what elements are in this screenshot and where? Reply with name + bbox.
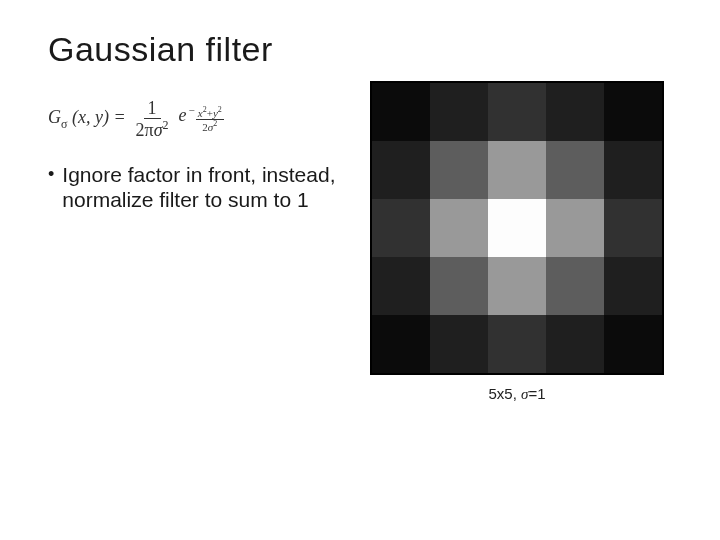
kernel-cell [546, 199, 604, 257]
kernel-cell [604, 315, 662, 373]
kernel-cell [604, 83, 662, 141]
kernel-cell [488, 141, 546, 199]
kernel-cell [488, 257, 546, 315]
kernel-cell [372, 83, 430, 141]
kernel-cell [546, 315, 604, 373]
formula-args: (x, y) = [72, 107, 126, 127]
gaussian-formula: Gσ (x, y) = 1 2πσ2 e − x [48, 99, 348, 140]
exp-den: 2σ2 [200, 120, 219, 133]
formula-exp-frac: x2+y2 2σ2 [196, 106, 224, 133]
exp-den-pow: 2 [213, 119, 217, 128]
kernel-cell [372, 199, 430, 257]
kernel-cell [604, 199, 662, 257]
frac-den-exp: 2 [163, 118, 169, 132]
kernel-cell [604, 257, 662, 315]
kernel-cell [488, 315, 546, 373]
exp-num: x2+y2 [196, 106, 224, 120]
kernel-cell [372, 257, 430, 315]
gaussian-kernel-heatmap [370, 81, 664, 375]
bullet-list: • Ignore factor in front, instead, norma… [48, 162, 348, 212]
kernel-cell [604, 141, 662, 199]
frac-den-sigma: σ [154, 120, 163, 140]
kernel-cell [430, 257, 488, 315]
caption-prefix: 5x5, [488, 385, 521, 402]
exp-num-y-pow: 2 [218, 105, 222, 114]
kernel-cell [430, 199, 488, 257]
kernel-cell [488, 199, 546, 257]
content-row: Gσ (x, y) = 1 2πσ2 e − x [48, 99, 672, 403]
kernel-cell [546, 257, 604, 315]
formula-exp: e − x2+y2 2σ2 [179, 106, 224, 133]
frac-den: 2πσ2 [132, 119, 173, 140]
bullet-item: • Ignore factor in front, instead, norma… [48, 162, 348, 212]
formula-G: G [48, 107, 61, 127]
formula-fraction: 1 2πσ2 [132, 99, 173, 140]
kernel-cell [430, 315, 488, 373]
kernel-cell [430, 141, 488, 199]
kernel-cell [372, 315, 430, 373]
kernel-cell [372, 141, 430, 199]
slide: Gaussian filter Gσ (x, y) = 1 2πσ2 [0, 0, 720, 540]
frac-num: 1 [144, 99, 161, 119]
formula-sigma-sub: σ [61, 117, 67, 131]
kernel-cell [546, 141, 604, 199]
kernel-caption: 5x5, σ=1 [488, 385, 545, 403]
kernel-cell [546, 83, 604, 141]
right-column: 5x5, σ=1 [370, 81, 664, 403]
caption-eq: =1 [528, 385, 545, 402]
frac-den-2pi: 2π [136, 120, 154, 140]
bullet-text: Ignore factor in front, instead, normali… [62, 162, 348, 212]
formula-e: e [179, 106, 187, 126]
bullet-dot-icon: • [48, 162, 54, 187]
slide-title: Gaussian filter [48, 30, 672, 69]
kernel-cell [488, 83, 546, 141]
formula-exp-minus: − [189, 104, 195, 116]
kernel-cell [430, 83, 488, 141]
left-column: Gσ (x, y) = 1 2πσ2 e − x [48, 99, 348, 212]
